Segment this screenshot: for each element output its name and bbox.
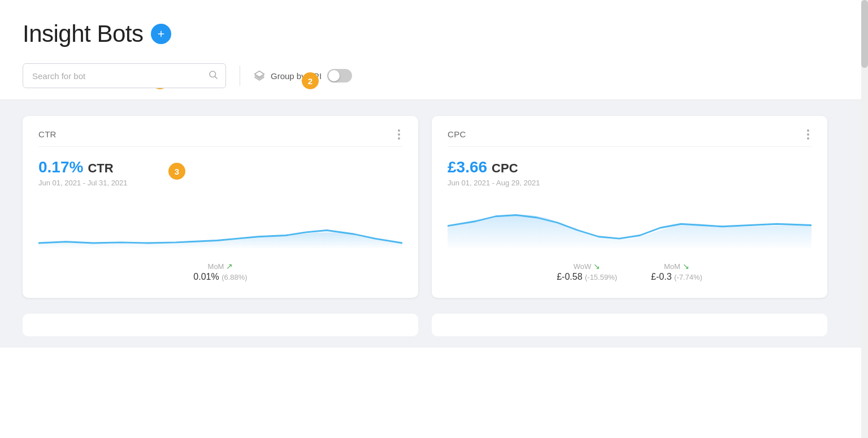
scrollbar-thumb[interactable] <box>861 0 868 68</box>
menu-dot <box>398 129 400 132</box>
cpc-date-range: Jun 01, 2021 - Aug 29, 2021 <box>448 179 811 187</box>
cpc-stat-wow-label: WoW ↘ <box>574 262 601 271</box>
ctr-stat-mom-label: MoM ↗ <box>208 262 233 271</box>
cpc-metric-value: £3.66 <box>448 158 487 176</box>
menu-dot <box>398 137 400 140</box>
toolbar-row: Group by KPI <box>23 63 845 99</box>
cpc-card-menu-button[interactable] <box>805 129 811 140</box>
cpc-stat-mom-value: £-0.3 (-7.74%) <box>651 272 702 282</box>
page-title: Insight Bots <box>23 20 143 47</box>
main-container: 1 2 3 Insight Bots <box>0 0 868 438</box>
cpc-stat-mom-label: MoM ↘ <box>664 262 689 271</box>
cpc-mom-trend-down-icon: ↘ <box>683 262 689 271</box>
ctr-card: CTR 0.17% CTR Jun 01, 2021 - Jul 31, 202… <box>23 116 418 298</box>
ctr-trend-up-icon: ↗ <box>226 262 233 271</box>
ctr-stat-mom: MoM ↗ 0.01% (6.88%) <box>193 262 247 282</box>
toolbar-divider <box>240 66 240 86</box>
group-by-kpi-toggle[interactable] <box>327 69 352 83</box>
cpc-stat-wow: WoW ↘ £-0.58 (-15.59%) <box>557 262 617 282</box>
search-container <box>23 63 226 88</box>
ctr-date-range: Jun 01, 2021 - Jul 31, 2021 <box>38 179 402 187</box>
cards-section: CTR 0.17% CTR Jun 01, 2021 - Jul 31, 202… <box>0 100 868 314</box>
ctr-stat-mom-value: 0.01% (6.88%) <box>193 272 247 282</box>
cpc-chart <box>448 197 811 248</box>
menu-dot <box>398 133 400 136</box>
cpc-card-divider <box>448 146 811 147</box>
cpc-stats-row: WoW ↘ £-0.58 (-15.59%) MoM ↘ £-0.3 <box>448 262 811 282</box>
badge-3: 3 <box>168 163 185 180</box>
title-row: Insight Bots <box>23 20 845 47</box>
ctr-metric-value: 0.17% <box>38 158 83 176</box>
cpc-wow-trend-down-icon: ↘ <box>593 262 600 271</box>
partial-card-right <box>432 314 827 336</box>
ctr-metric-label: CTR <box>88 161 113 176</box>
ctr-card-title: CTR <box>38 129 57 139</box>
plus-icon <box>156 29 166 39</box>
partial-card-left <box>23 314 418 336</box>
ctr-chart <box>38 197 402 248</box>
cpc-metric-label: CPC <box>492 161 518 176</box>
search-input[interactable] <box>23 63 226 88</box>
header-section: Insight Bots <box>0 0 868 99</box>
add-button[interactable] <box>151 24 171 44</box>
menu-dot <box>807 129 809 132</box>
cpc-stat-mom: MoM ↘ £-0.3 (-7.74%) <box>651 262 702 282</box>
cpc-card-header: CPC <box>448 129 811 140</box>
ctr-card-menu-button[interactable] <box>396 129 402 140</box>
ctr-card-header: CTR <box>38 129 402 140</box>
menu-dot <box>807 137 809 140</box>
partial-cards-row <box>0 314 868 348</box>
scrollbar-track <box>861 0 868 438</box>
ctr-metric-row: 0.17% CTR <box>38 158 402 176</box>
ctr-stats-row: MoM ↗ 0.01% (6.88%) <box>38 262 402 282</box>
ctr-card-divider <box>38 146 402 147</box>
layers-icon <box>254 70 265 81</box>
cpc-stat-wow-value: £-0.58 (-15.59%) <box>557 272 617 282</box>
menu-dot <box>807 133 809 136</box>
cpc-metric-row: £3.66 CPC <box>448 158 811 176</box>
cpc-card-title: CPC <box>448 129 466 139</box>
badge-2: 2 <box>302 72 319 89</box>
cpc-card: CPC £3.66 CPC Jun 01, 2021 - Aug 29, 202… <box>432 116 827 298</box>
